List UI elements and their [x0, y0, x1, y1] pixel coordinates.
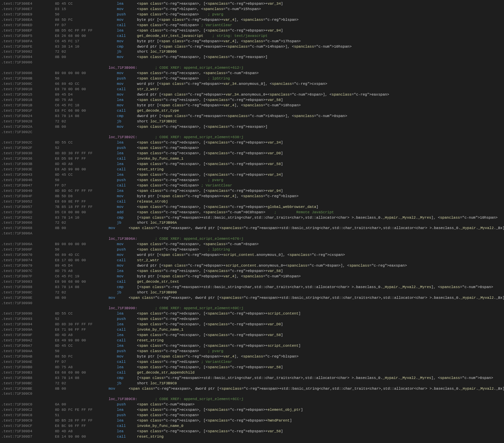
operands: invoke_by_func_name_1	[137, 327, 184, 333]
operands: <span class="c-reg">eaxspan	[137, 124, 197, 130]
disasm-row: .text:71F30946 50 push <span class="c-re…	[0, 178, 504, 183]
mnemonic: push	[117, 12, 137, 17]
bytes: 8D 45 CC	[55, 1, 117, 7]
address: .text:71F309C0	[1, 391, 55, 397]
label-indent	[1, 135, 109, 140]
bytes: 8D 45 CC	[55, 343, 117, 349]
operands: dword ptr [<span class="c-reg">ebpspan	[137, 92, 221, 98]
mnemonic: push	[117, 247, 137, 253]
address: .text:71F308FA	[1, 39, 55, 44]
bytes: 8D 8D 30 FF FF FF	[55, 151, 117, 156]
disasm-row: .text:71F3098E 8B 00 mov <span class="c-…	[0, 295, 504, 301]
mnemonic: lea	[117, 418, 137, 424]
disasm-row: .text:71F3099F 8D 4D A8 lea <span class=…	[0, 333, 504, 338]
mnemonic: mov	[117, 55, 137, 60]
address: .text:71F309C8	[1, 413, 55, 418]
address: .text:71F3090B	[1, 76, 55, 81]
mnemonic: mov	[117, 71, 137, 76]
disasm-row: .text:71F309B0 8D 75 A8 lea <span class=…	[0, 365, 504, 370]
operands: str_2_wstr	[137, 87, 159, 92]
operands: get_decode_str_text	[137, 279, 179, 285]
disasm-row: .text:71F30936 E8 D5 98 FF FF call invok…	[0, 156, 504, 162]
operands: <span class="c-reg">eaxspan	[129, 386, 188, 392]
address: .text:71F309BC	[1, 381, 55, 386]
mnemonic: add	[117, 210, 137, 215]
disasm-row: .text:71F30988 83 78 14 08 cmp [<span cl…	[0, 285, 504, 290]
mnemonic: lea	[117, 333, 137, 338]
bytes: 72 02	[55, 381, 117, 386]
mnemonic: mov	[117, 253, 137, 258]
bytes: 72 02	[55, 119, 117, 124]
address: .text:71F308E4	[1, 1, 55, 7]
address: .text:71F30957	[1, 205, 55, 210]
operands: <span class="c-reg">ecxspan	[137, 407, 197, 413]
disasm-row: .text:71F3097C 8D 75 A8 lea <span class=…	[0, 269, 504, 274]
address: .text:71F308F5	[1, 34, 55, 39]
mnemonic: lea	[117, 311, 137, 317]
operands: short loc_71F3B990	[137, 290, 177, 295]
operands: get_decode_str_type	[137, 108, 179, 114]
disasm-row: .text:71F3092A 8B 00 mov <span class="c-…	[0, 124, 504, 130]
disasm-row: .text:71F308FE 83 38 14 10 cmp dword ptr…	[0, 44, 504, 50]
mnemonic	[117, 391, 137, 397]
comment: ; Remote JavaScript	[265, 210, 334, 215]
disasm-row: .text:71F30979 89 45 D4 mov dword ptr [<…	[0, 263, 504, 269]
disasm-row: .text:71F30943 8D 45 CC lea <span class=…	[0, 172, 504, 178]
operands: <span class="c-reg">edxspan	[137, 140, 197, 146]
mnemonic: mov	[109, 295, 129, 301]
operands: byte ptr [<span class="c-reg">ebpspan	[137, 103, 219, 108]
mnemonic: call	[117, 370, 137, 376]
disasm-row: .text:71F30918 8D 75 A8 lea <span class=…	[0, 98, 504, 103]
bytes: 83 78 14 08	[55, 376, 117, 381]
bytes: FF D7	[55, 23, 117, 28]
disasm-row: .text:71F30962 83 78 14 10 cmp [<span cl…	[0, 215, 504, 221]
disasm-row: .text:71F308EA 88 5D FC mov byte ptr [<s…	[0, 17, 504, 23]
label-text: loc_71F3B96A:	[109, 236, 137, 242]
operands: <span class="c-reg">ecxspan	[137, 242, 197, 247]
bytes: 8D 55 CC	[55, 311, 117, 317]
address: .text:71F3092C	[1, 140, 55, 146]
address: .text:71F30994	[1, 322, 55, 327]
inline-comment: ; VariantClear	[201, 23, 232, 28]
address: .text:71F30990	[1, 301, 55, 306]
mnemonic: call	[117, 359, 137, 365]
bytes: E8 68 69 00 00	[55, 370, 117, 376]
bytes: 88 5D FC	[55, 17, 117, 23]
label-line: loc_71F3B9C0: ; CODE XREF: append_script…	[0, 397, 504, 402]
disasm-row: .text:71F3096F 50 push <span class="c-re…	[0, 247, 504, 253]
mnemonic: jb	[117, 49, 137, 55]
disasm-row: .text:71F30904 8B 00 mov <span class="c-…	[0, 55, 504, 60]
address: .text:71F3091F	[1, 108, 55, 114]
operands: str_2_wstr	[137, 258, 159, 263]
operands: [<span class="c-reg">eaxspan	[137, 376, 199, 381]
bytes: E8 BC 98 FF FF	[55, 424, 117, 429]
mnemonic: push	[117, 413, 137, 418]
operands: <span class="c-reg">edxspan	[137, 146, 197, 151]
address: .text:71F3091B	[1, 103, 55, 108]
bytes: 8D 75 A8	[55, 365, 117, 370]
address: .text:71F30910	[1, 87, 55, 92]
xref-comment: ; CODE XREF: append_script_element+612↑j	[137, 65, 244, 71]
bytes: 8D 4D A8	[55, 333, 117, 338]
bytes: 51	[55, 413, 117, 418]
operands: <span class="c-reg">eaxspan	[137, 205, 197, 210]
operands: reset_string	[137, 167, 164, 172]
operands: get_decode_str_text_javascript ; string:…	[137, 34, 267, 39]
disasm-row: .text:71F309D7 E8 14 99 00 00 call reset…	[0, 434, 504, 440]
bytes: 50	[55, 247, 117, 253]
bytes: 89 45 D4	[55, 92, 117, 98]
disasm-row: .text:71F309C0	[0, 391, 504, 397]
operands: byte ptr [<span class="c-reg">ebpspan	[137, 354, 219, 359]
disasm-row: .text:71F3097F C6 45 FC 19 mov byte ptr …	[0, 274, 504, 279]
mnemonic: mov	[117, 194, 137, 199]
operands: <span class="c-reg">eaxspan	[137, 210, 197, 215]
label-indent	[1, 236, 109, 242]
operands: byte ptr [<span class="c-reg">ebpspan	[137, 39, 219, 44]
operands: <span class="c-reg">ecxspan	[137, 188, 197, 194]
operands: short loc_71F3B906	[137, 49, 177, 55]
bytes: 8D 75 A8	[55, 98, 117, 103]
address: .text:71F308E9	[1, 12, 55, 17]
disasm-row: .text:71F3098C 72 02 jb short loc_71F3B9…	[0, 290, 504, 295]
mnemonic: jb	[117, 290, 137, 295]
operands: <span class="c-reg">eaxspan	[137, 178, 197, 183]
